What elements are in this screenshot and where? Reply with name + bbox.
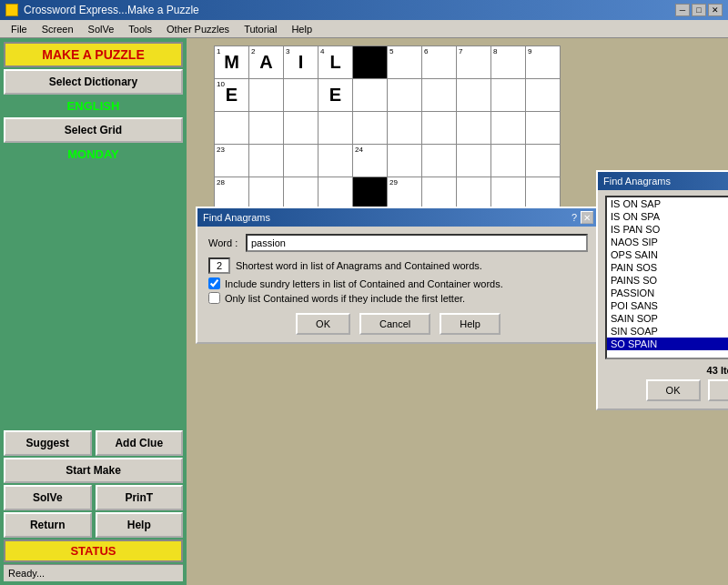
cell-1-1: 1M <box>215 46 249 79</box>
cell-1-8: 7 <box>457 46 491 79</box>
question-icon: ? <box>571 212 577 223</box>
list-item[interactable]: IS ON SAP <box>607 197 728 210</box>
results-cancel-button[interactable]: Cancel <box>708 379 728 401</box>
solve-button[interactable]: SolVe <box>4 485 92 510</box>
dialog-body: Word : Shortest word in list of Anagrams… <box>197 227 599 342</box>
dialog-buttons: OK Cancel Help <box>208 313 588 335</box>
results-buttons: OK Cancel Help <box>598 379 728 401</box>
cell-2-6 <box>388 79 422 112</box>
results-list: IS ON SAP IS ON SPA IS PAN SO NAOS SIP O… <box>607 197 728 350</box>
dialog-title-bar[interactable]: Find Anagrams ? ✕ <box>197 208 599 227</box>
minimize-button[interactable]: ─ <box>675 4 690 16</box>
menu-help[interactable]: Help <box>284 22 319 36</box>
checkbox2-row: Only list Contained words if they includ… <box>208 292 588 304</box>
list-item[interactable]: PAIN SOS <box>607 261 728 274</box>
results-count: 43 Item[s] in List <box>598 365 728 376</box>
cell-1-10: 9 <box>526 46 561 79</box>
cell-4-9 <box>491 145 526 177</box>
help-button-left[interactable]: Help <box>96 512 184 538</box>
shortest-input[interactable] <box>208 257 230 274</box>
maximize-button[interactable]: □ <box>692 4 706 16</box>
cell-1-7: 6 <box>422 46 457 79</box>
checkbox1[interactable] <box>208 277 220 289</box>
list-item[interactable]: SAIN SOP <box>607 312 728 325</box>
list-item[interactable]: IS ON SPA <box>607 210 728 223</box>
menu-bar: File Screen SolVe Tools Other Puzzles Tu… <box>0 20 728 38</box>
cell-5-3 <box>284 177 318 210</box>
cell-3-3 <box>284 112 318 145</box>
menu-other-puzzles[interactable]: Other Puzzles <box>159 22 237 36</box>
cell-4-8 <box>457 145 491 177</box>
help-button[interactable]: Help <box>440 313 500 335</box>
cell-5-5-black <box>353 177 388 210</box>
cell-3-1 <box>215 112 249 145</box>
table-row: 23 24 <box>215 145 561 177</box>
list-item[interactable]: POI SANS <box>607 299 728 312</box>
cell-4-3 <box>284 145 318 177</box>
results-ok-button[interactable]: OK <box>646 379 701 401</box>
cancel-button[interactable]: Cancel <box>359 313 430 335</box>
menu-solve[interactable]: SolVe <box>81 22 122 36</box>
close-button[interactable]: ✕ <box>708 4 723 16</box>
select-grid-button[interactable]: Select Grid <box>4 117 183 143</box>
cell-2-4: E <box>318 79 353 112</box>
cell-2-9 <box>491 79 526 112</box>
start-make-button[interactable]: Start Make <box>4 458 183 483</box>
results-list-container[interactable]: IS ON SAP IS ON SPA IS PAN SO NAOS SIP O… <box>605 196 728 359</box>
cell-4-7 <box>422 145 457 177</box>
results-dialog: Find Anagrams ✕ IS ON SAP IS ON SPA IS P… <box>596 170 728 410</box>
add-clue-button[interactable]: Add Clue <box>96 430 184 456</box>
cell-4-6 <box>388 145 422 177</box>
cell-4-1: 23 <box>215 145 249 177</box>
word-label: Word : <box>208 237 240 248</box>
cell-5-9 <box>491 177 526 210</box>
cell-5-1: 28 <box>215 177 249 210</box>
checkbox2-label: Only list Contained words if they includ… <box>225 293 465 304</box>
ready-text: Ready... <box>4 564 183 581</box>
checkbox1-row: Include sundry letters in list of Contai… <box>208 277 588 289</box>
table-row <box>215 112 561 145</box>
cell-5-10 <box>526 177 561 210</box>
list-item[interactable]: IS PAN SO <box>607 223 728 236</box>
cell-2-2 <box>249 79 284 112</box>
list-item-selected[interactable]: SO SPAIN <box>607 338 728 350</box>
list-item[interactable]: PAINS SO <box>607 274 728 287</box>
cell-3-10 <box>526 112 561 145</box>
return-button[interactable]: Return <box>4 512 92 538</box>
cell-5-8 <box>457 177 491 210</box>
cell-5-6: 29 <box>388 177 422 210</box>
cell-3-4 <box>318 112 353 145</box>
ok-button[interactable]: OK <box>296 313 350 335</box>
cell-2-3 <box>284 79 318 112</box>
list-item[interactable]: OPS SAIN <box>607 248 728 261</box>
word-input[interactable] <box>246 234 588 252</box>
cell-1-6: 5 <box>388 46 422 79</box>
title-bar: Crossword Express...Make a Puzzle ─ □ ✕ <box>0 0 728 20</box>
dialog-close-button[interactable]: ✕ <box>581 211 593 224</box>
suggest-button[interactable]: Suggest <box>4 430 92 456</box>
status-label: STATUS <box>4 540 183 562</box>
table-row: 28 29 <box>215 177 561 210</box>
window-title: Crossword Express...Make a Puzzle <box>24 4 199 16</box>
results-title-bar[interactable]: Find Anagrams ✕ <box>598 172 728 190</box>
print-button[interactable]: PrinT <box>96 485 184 510</box>
return-help-row: Return Help <box>4 512 183 538</box>
suggest-addclue-row: Suggest Add Clue <box>4 430 183 456</box>
cell-5-4 <box>318 177 353 210</box>
list-item[interactable]: NAOS SIP <box>607 236 728 248</box>
cell-5-2 <box>249 177 284 210</box>
list-item[interactable]: PASSION <box>607 287 728 299</box>
list-item[interactable]: SIN SOAP <box>607 325 728 338</box>
menu-tutorial[interactable]: Tutorial <box>237 22 284 36</box>
cell-4-5: 24 <box>353 145 388 177</box>
results-dialog-title: Find Anagrams <box>603 176 671 187</box>
menu-file[interactable]: File <box>4 22 35 36</box>
cell-5-7 <box>422 177 457 210</box>
menu-screen[interactable]: Screen <box>35 22 81 36</box>
menu-tools[interactable]: Tools <box>121 22 159 36</box>
app-icon <box>5 4 18 16</box>
cell-2-5 <box>353 79 388 112</box>
select-dictionary-button[interactable]: Select Dictionary <box>4 69 183 95</box>
cell-1-4: 4L <box>318 46 353 79</box>
checkbox2[interactable] <box>208 292 220 304</box>
